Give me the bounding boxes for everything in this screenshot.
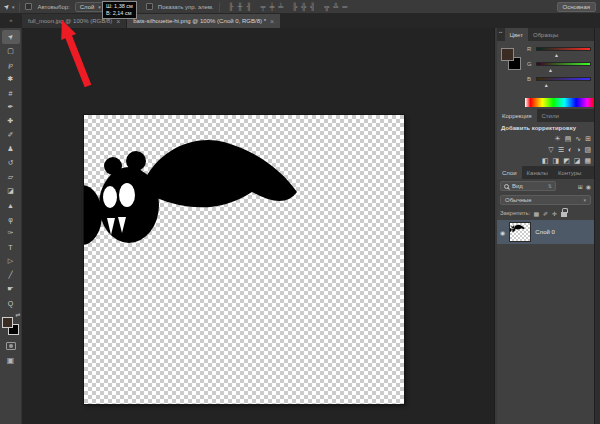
show-transform-controls-label: Показать упр. элем. xyxy=(158,4,214,10)
align-center-v-button[interactable]: ╪ xyxy=(269,3,274,10)
foreground-color-swatch[interactable] xyxy=(2,317,13,328)
color-lookup-icon[interactable]: ◨ xyxy=(553,157,560,165)
path-select-tool-icon: ▷ xyxy=(8,257,13,265)
collapsed-dock-strip[interactable] xyxy=(594,28,600,424)
tools-panel-collapse-button[interactable]: » xyxy=(0,14,22,28)
healing-brush-tool-button[interactable]: ✚ xyxy=(2,114,20,128)
lock-position-icon[interactable]: ✛ xyxy=(552,210,557,217)
zoom-tool-button[interactable]: Q xyxy=(2,296,20,310)
zoom-tool-icon: Q xyxy=(8,300,13,307)
align-center-h-button[interactable]: ╫ xyxy=(237,3,242,10)
filter-light-icon[interactable]: ◉ xyxy=(586,183,591,190)
distribute-buttons-group-1: ╠ ╬ ╣ xyxy=(292,3,315,10)
show-transform-controls-checkbox[interactable] xyxy=(146,3,153,10)
green-slider[interactable] xyxy=(536,62,591,66)
tab-swatches[interactable]: Образцы xyxy=(528,28,563,41)
tab-adjustments[interactable]: Коррекция xyxy=(497,109,537,122)
distribute-center-v-button[interactable]: ╬ xyxy=(301,3,306,10)
blue-slider-thumb[interactable]: ▲ xyxy=(544,82,549,88)
path-select-tool-button[interactable]: ▷ xyxy=(2,254,20,268)
line-tool-button[interactable]: ╱ xyxy=(2,268,20,282)
layer-thumbnail[interactable] xyxy=(509,222,531,242)
distribute-center-h-button[interactable]: ╩ xyxy=(333,3,338,10)
move-tool-options-button[interactable]: ➤ ▾ xyxy=(4,3,14,11)
channel-mixer-icon[interactable]: ◧ xyxy=(542,157,549,165)
document-tab-label: bats-silhouette-hi.png @ 100% (Слой 0, R… xyxy=(133,18,266,24)
distribute-left-button[interactable]: ╦ xyxy=(324,3,329,10)
threshold-icon[interactable]: ▦ xyxy=(584,157,591,165)
hand-tool-icon: ☛ xyxy=(7,285,13,293)
brightness-contrast-icon[interactable]: ☀ xyxy=(554,135,560,143)
autoselect-checkbox[interactable] xyxy=(25,3,32,10)
visibility-eye-icon[interactable]: ◉ xyxy=(500,229,505,236)
green-slider-thumb[interactable]: ▲ xyxy=(548,67,553,73)
chevron-down-icon: ▾ xyxy=(583,197,586,203)
lasso-tool-button[interactable]: ℘ xyxy=(2,58,20,72)
marquee-tool-button[interactable]: ▢ xyxy=(2,44,20,58)
distribute-right-button[interactable]: ═ xyxy=(342,3,347,10)
align-top-button[interactable]: ╤ xyxy=(260,3,265,10)
screen-mode-button[interactable]: ▣ xyxy=(7,356,15,365)
document-tab-bats-silhouette[interactable]: bats-silhouette-hi.png @ 100% (Слой 0, R… xyxy=(127,14,280,28)
eraser-tool-button[interactable]: ▱ xyxy=(2,170,20,184)
divider xyxy=(19,2,20,12)
align-right-button[interactable]: ╢ xyxy=(246,3,251,10)
color-spectrum-ramp[interactable] xyxy=(525,98,594,107)
black-white-icon[interactable]: ◑ xyxy=(576,146,580,153)
tab-color[interactable]: Цвет xyxy=(505,28,528,41)
swap-colors-icon[interactable]: ⇄ xyxy=(15,311,20,318)
move-tool-button[interactable]: ➤ xyxy=(2,30,20,44)
align-bottom-button[interactable]: ╧ xyxy=(278,3,283,10)
lasso-tool-icon: ℘ xyxy=(8,61,13,69)
close-icon[interactable]: × xyxy=(270,18,274,25)
posterize-icon[interactable]: ◪ xyxy=(574,157,581,165)
filter-toggle-icon[interactable]: ⊞ xyxy=(578,183,583,190)
crop-tool-button[interactable]: # xyxy=(2,86,20,100)
foreground-color-swatch[interactable] xyxy=(501,48,514,61)
type-tool-button[interactable]: T xyxy=(2,240,20,254)
tab-styles[interactable]: Стили xyxy=(537,109,564,122)
red-slider[interactable] xyxy=(536,47,591,51)
layers-panel-tabs: Слои Каналы Контуры xyxy=(497,166,594,179)
pen-tool-button[interactable]: ✑ xyxy=(2,226,20,240)
invert-icon[interactable]: ◩ xyxy=(563,157,570,165)
hue-saturation-icon[interactable]: ☰ xyxy=(558,146,564,154)
red-slider-thumb[interactable]: ▲ xyxy=(554,52,559,58)
lock-pixels-icon[interactable]: ✐ xyxy=(543,210,548,217)
vibrance-icon[interactable]: ▽ xyxy=(548,146,553,154)
color-balance-icon[interactable]: ◐ xyxy=(568,146,572,153)
align-buttons-group-1: ╟ ╫ ╢ xyxy=(229,3,252,10)
distribute-bottom-button[interactable]: ╣ xyxy=(310,3,315,10)
quick-select-tool-button[interactable]: ✱ xyxy=(2,72,20,86)
lock-transparency-icon[interactable]: ▦ xyxy=(533,210,539,217)
photoshop-window: ➤ ▾ Автовыбор: Слой ▾ Показать упр. элем… xyxy=(0,0,600,424)
quick-mask-button[interactable] xyxy=(6,342,16,350)
tab-channels[interactable]: Каналы xyxy=(522,166,553,179)
lock-all-icon[interactable] xyxy=(561,212,567,217)
workspace-switcher-button[interactable]: Основная xyxy=(557,2,596,12)
canvas-workspace[interactable] xyxy=(22,28,494,424)
blue-slider[interactable] xyxy=(536,77,591,81)
curves-icon[interactable]: ∿ xyxy=(575,135,581,143)
photo-filter-icon[interactable]: ▨ xyxy=(584,146,591,154)
exposure-icon[interactable]: ⊞ xyxy=(585,135,591,143)
distribute-top-button[interactable]: ╠ xyxy=(292,3,297,10)
blend-mode-select[interactable]: Обычные ▾ xyxy=(500,195,591,205)
align-left-button[interactable]: ╟ xyxy=(229,3,234,10)
levels-icon[interactable]: ▤ xyxy=(565,135,572,143)
eyedropper-tool-button[interactable]: ✒ xyxy=(2,100,20,114)
dodge-tool-button[interactable]: φ xyxy=(2,212,20,226)
hand-tool-button[interactable]: ☛ xyxy=(2,282,20,296)
tab-layers[interactable]: Слои xyxy=(497,166,522,179)
dock-collapse-icon[interactable]: ▪▪ xyxy=(497,28,505,41)
tab-paths[interactable]: Контуры xyxy=(553,166,587,179)
layer-filter-select[interactable]: Вид ⇅ xyxy=(500,181,556,191)
brush-tool-button[interactable]: ✐ xyxy=(2,128,20,142)
history-brush-tool-button[interactable]: ↺ xyxy=(2,156,20,170)
eraser-tool-icon: ▱ xyxy=(8,173,13,181)
clone-stamp-tool-button[interactable]: ♟ xyxy=(2,142,20,156)
gradient-tool-button[interactable]: ◪ xyxy=(2,184,20,198)
blur-tool-button[interactable]: ▲ xyxy=(2,198,20,212)
layer-row-layer0[interactable]: ◉ Слой 0 xyxy=(497,220,594,244)
document-canvas[interactable] xyxy=(84,115,404,404)
